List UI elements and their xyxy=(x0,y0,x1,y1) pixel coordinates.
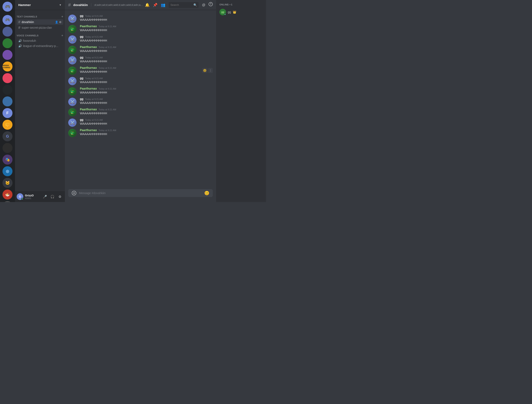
message-timestamp: Today at 9:21 AM xyxy=(85,15,103,17)
message-author: Paarthurnax xyxy=(80,128,97,132)
message-timestamp: Today at 9:21 AM xyxy=(99,88,116,90)
server-icon-16[interactable]: 🍜 xyxy=(2,189,13,200)
message-text: WAAAAHHHHHHHH xyxy=(80,59,213,63)
add-reaction-button[interactable]: 😊 xyxy=(202,68,207,73)
message-text: WAAAAHHHHHHHH xyxy=(80,70,213,74)
server-icon-6[interactable] xyxy=(2,73,13,83)
message-header: ggToday at 9:21 AM xyxy=(80,118,213,121)
user-info: GrizzO #0001 xyxy=(25,194,40,200)
message-group: 🐲 PaarthurnaxToday at 9:21 AMWAAAAHHHHHH… xyxy=(65,128,216,138)
server-icon-10[interactable]: 🔱 xyxy=(2,120,13,130)
server-icon-12[interactable] xyxy=(2,143,13,153)
more-options-button[interactable]: ⋮ xyxy=(208,68,213,73)
message-avatar-gg: ⚔️ xyxy=(68,77,77,85)
deafen-button[interactable]: 🎧 xyxy=(49,193,56,200)
message-header: PaarthurnaxToday at 9:21 AM xyxy=(80,87,213,90)
server-icon-15[interactable]: 🐱 xyxy=(2,178,13,188)
message-header: ggToday at 9:21 AM xyxy=(80,76,213,80)
message-avatar-gg: ⚔️ xyxy=(68,56,77,64)
sidebar-header[interactable]: Hammer ▼ xyxy=(15,0,65,10)
message-header: PaarthurnaxToday at 9:21 AM xyxy=(80,128,213,132)
channel-item-dovahkiin[interactable]: # dovahkiin 👤 ⚙ xyxy=(17,19,63,25)
message-timestamp: Today at 9:21 AM xyxy=(85,98,103,100)
members-icon[interactable]: 👥 xyxy=(161,2,165,8)
current-user-avatar-container: G xyxy=(17,193,23,200)
message-header: PaarthurnaxToday at 9:21 AM xyxy=(80,66,213,69)
server-icon-1[interactable]: 🎮 xyxy=(2,15,13,25)
message-text: WAAAAHHHHHHHH xyxy=(80,132,213,136)
add-voice-channel-button[interactable]: + xyxy=(61,34,63,37)
help-icon[interactable]: ? xyxy=(209,2,213,6)
user-settings-button[interactable]: ⚙ xyxy=(57,193,63,200)
emoji-picker-button[interactable]: 😊 xyxy=(204,190,209,196)
message-avatar-gg: ⚔️ xyxy=(68,14,77,23)
message-author: gg xyxy=(80,76,83,80)
server-icon-11[interactable]: G xyxy=(2,131,13,141)
message-text: WAAAAHHHHHHHH xyxy=(80,111,213,115)
message-header: PaarthurnaxToday at 9:21 AM xyxy=(80,25,213,28)
user-status-dot xyxy=(21,198,23,200)
at-icon[interactable]: @ xyxy=(202,2,205,8)
server-icon-14[interactable]: ◎ xyxy=(2,166,13,176)
message-timestamp: Today at 9:21 AM xyxy=(85,56,103,59)
mute-button[interactable]: 🎤 xyxy=(42,193,48,200)
server-icon-9[interactable]: F xyxy=(2,108,13,118)
message-group: ⚔️ ggToday at 9:21 AMWAAAAHHHHHHHH xyxy=(65,55,216,65)
chat-input-wrapper: 😊 xyxy=(68,189,213,197)
message-header: ggToday at 9:21 AM xyxy=(80,97,213,101)
message-text: WAAAAHHHHHHHH xyxy=(80,49,213,53)
messages-container[interactable]: ⚔️ ggToday at 9:21 AMWAAAAHHHHHHHH 🐲 Paa… xyxy=(65,10,216,189)
user-controls: 🎤 🎧 ⚙ xyxy=(42,193,63,200)
search-input[interactable] xyxy=(170,3,192,6)
message-content: ggToday at 9:21 AMWAAAAHHHHHHHH xyxy=(80,56,213,63)
message-input[interactable] xyxy=(79,189,202,197)
message-avatar-paarthurnax: 🐲 xyxy=(68,108,77,116)
text-channels-category[interactable]: TEXT CHANNELS + xyxy=(15,12,65,19)
message-avatar-gg: ⚔️ xyxy=(68,98,77,106)
current-user-discriminator: #0001 xyxy=(25,197,40,200)
search-icon: 🔍 xyxy=(193,3,197,7)
message-text: WAAAAHHHHHHHH xyxy=(80,91,213,95)
server-icon-4[interactable] xyxy=(2,50,13,60)
message-text: WAAAAHHHHHHHH xyxy=(80,122,213,126)
server-icon-13[interactable]: 🎭 xyxy=(2,155,13,164)
message-text: WAAAAHHHHHHHH xyxy=(80,39,213,43)
pin-icon[interactable]: 📌 xyxy=(153,2,157,8)
message-header: ggToday at 9:21 AM xyxy=(80,56,213,59)
message-author: Paarthurnax xyxy=(80,66,97,69)
chat-header-hash-icon: # xyxy=(68,2,71,8)
channel-edit-icon[interactable]: ⚙ xyxy=(59,21,62,24)
notification-icon[interactable]: 🔔 xyxy=(145,2,149,8)
message-avatar-paarthurnax: 🐲 xyxy=(68,46,77,54)
voice-channels-category[interactable]: VOICE CHANNELS + xyxy=(15,31,65,38)
channel-item-pizza-clan[interactable]: # super-secret-pizza-clan xyxy=(17,25,63,30)
message-group: ⚔️ ggToday at 9:21 AMWAAAAHHHHHHHH xyxy=(65,76,216,86)
server-icon-3[interactable] xyxy=(2,38,13,48)
channel-hash-icon: # xyxy=(18,26,20,30)
server-icon-2[interactable] xyxy=(2,27,13,37)
member-item-gg[interactable]: gg gg 👑 xyxy=(218,7,264,17)
server-icon-8[interactable] xyxy=(2,96,13,106)
channel-name-foosroduh: foosroduh xyxy=(23,39,62,42)
channel-hash-icon: # xyxy=(18,20,20,24)
channel-name-pizza-clan: super-secret-pizza-clan xyxy=(22,26,62,29)
message-content: PaarthurnaxToday at 9:21 AMWAAAAHHHHHHHH xyxy=(80,66,213,74)
chat-header-channel-name: dovahkiin xyxy=(73,3,88,7)
add-attachment-button[interactable] xyxy=(71,190,77,196)
channel-name-league: league-of-extraordinary-p... xyxy=(23,44,62,48)
message-text: WAAAAHHHHHHHH xyxy=(80,101,213,105)
server-icon-7[interactable] xyxy=(2,85,13,95)
text-channels-label: TEXT CHANNELS xyxy=(17,15,37,18)
server-icon-5[interactable]: NEEBS GAMING xyxy=(2,62,13,71)
add-text-channel-button[interactable]: + xyxy=(61,15,63,18)
server-icon-17[interactable]: 👕 xyxy=(2,201,13,202)
channel-item-league[interactable]: 🔊 league-of-extraordinary-p... xyxy=(17,44,63,48)
message-group: 🐲 PaarthurnaxToday at 9:21 AMWAAAAHHHHHH… xyxy=(65,44,216,55)
message-content: PaarthurnaxToday at 9:21 AMWAAAAHHHHHHHH xyxy=(80,87,213,95)
message-timestamp: Today at 9:21 AM xyxy=(85,77,103,80)
channel-item-foosroduh[interactable]: 🔊 foosroduh xyxy=(17,38,63,43)
message-actions: 😊 ⋮ xyxy=(202,68,213,73)
current-username: GrizzO xyxy=(25,194,40,197)
server-icon-home[interactable]: 🎮 xyxy=(2,2,13,12)
channel-settings-icon[interactable]: 👤 xyxy=(55,21,58,24)
